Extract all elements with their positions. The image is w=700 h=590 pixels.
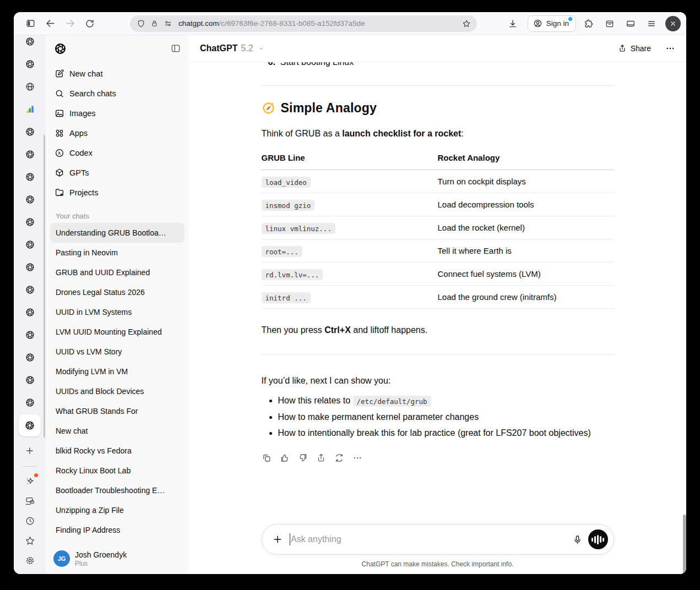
signin-button[interactable]: Sign in [528,15,576,32]
extensions-puzzle-icon[interactable] [580,15,597,32]
table-row: root=...Tell it where Earth is [262,239,614,263]
chat-item[interactable]: Modifying LVM in VM [50,362,185,381]
ai-sparkle-icon[interactable] [14,471,46,491]
copy-icon[interactable] [259,450,274,466]
sidebar-item-codex[interactable]: Codex [50,143,185,163]
more-actions-icon[interactable] [350,450,365,466]
thumbs-down-icon[interactable] [295,450,311,466]
menu-hamburger-icon[interactable] [643,15,660,32]
image-icon [55,108,64,118]
tab-chatgpt[interactable] [14,324,46,346]
chat-item[interactable]: LVM UUID Mounting Explained [50,322,185,342]
table-row: rd.lvm.lv=...Connect fuel systems (LVM) [262,263,614,286]
chat-item[interactable]: Bootloader Troubleshooting E… [50,480,185,500]
collapse-sidebar-icon[interactable] [170,43,181,54]
chat-item[interactable]: Understanding GRUB Bootloa… [50,223,185,243]
code-badge: root=... [262,246,302,257]
sidebar-item-new-chat[interactable]: New chat [50,64,185,84]
tab-chatgpt[interactable] [14,369,46,391]
tab-chatgpt[interactable] [14,278,46,301]
history-clock-icon[interactable] [14,511,46,531]
settings-gear-icon[interactable] [14,550,46,570]
tab-chatgpt[interactable] [14,30,46,53]
tab-manager-icon[interactable] [622,15,639,32]
tab-chatgpt[interactable] [14,391,46,414]
reload-button[interactable] [82,15,98,32]
microphone-icon[interactable] [572,534,583,545]
chatgpt-sidebar: New chat Search chats [46,35,189,574]
forward-button[interactable] [62,15,78,32]
bookmark-star-icon[interactable] [459,17,474,31]
share-upload-icon [618,44,627,53]
tab-chatgpt[interactable] [14,143,46,166]
tab-chatgpt[interactable] [14,301,46,324]
sidebar-item-gpts[interactable]: GPTs [50,163,185,183]
message-input[interactable] [291,534,572,544]
close-window-button[interactable] [665,16,681,31]
tabstrip-scrollbar[interactable] [44,135,45,438]
chat-item[interactable]: Pasting in Neovim [50,243,185,263]
permissions-icon[interactable] [164,19,172,28]
chat-item[interactable]: Unzipping a Zip File [50,500,185,520]
chat-item[interactable]: Drones Legal Status 2026 [50,282,185,302]
chat-item[interactable]: What GRUB Stands For [50,401,185,421]
sidebar-item-apps[interactable]: Apps [50,123,185,143]
back-button[interactable] [42,15,58,32]
table-cell: Load decompression tools [438,193,614,216]
intro-paragraph: Think of GRUB as a launch checklist for … [262,127,614,141]
chat-item[interactable]: UUID vs LVM Story [50,342,185,362]
sidebar-toggle-icon[interactable] [22,15,39,32]
account-footer[interactable]: JG Josh Groendyk Plus [46,543,189,574]
chat-item[interactable]: UUID in LVM Systems [50,302,185,322]
liftoff-paragraph: Then you press Ctrl+X and liftoff happen… [262,323,614,337]
downloads-icon[interactable] [504,15,521,32]
tab-chatgpt[interactable] [14,53,46,75]
sidebar-item-images[interactable]: Images [50,103,185,123]
tab-analytics-icon[interactable] [14,98,46,121]
bookmarks-star-icon[interactable] [14,531,46,550]
chat-item[interactable]: Finding IP Address [50,520,185,540]
chat-item[interactable]: blkid Rocky vs Fedora [50,441,185,461]
chat-item[interactable]: New chat [50,421,185,441]
regenerate-icon[interactable] [332,450,347,466]
tab-chatgpt[interactable] [14,233,46,256]
sidebar-item-projects[interactable]: Projects [50,183,185,203]
tab-chatgpt[interactable] [14,166,46,188]
share-button[interactable]: Share [618,44,651,53]
analogy-table: GRUB Line Rocket Analogy load_videoTurn … [262,149,614,309]
conversation-scroll-area[interactable]: 6.Start booting Linux [189,62,686,574]
page-scrollbar-thumb[interactable] [683,515,686,573]
url-bar[interactable]: chatgpt.com/c/69763f6e-2768-8331-b085-a1… [130,15,477,32]
tab-chatgpt[interactable] [14,121,46,143]
list-item: How to make permanent kernel parameter c… [278,409,614,425]
shield-icon[interactable] [137,19,145,28]
attach-plus-icon[interactable] [272,534,283,545]
chat-item[interactable]: Rocky Linux Boot Lab [50,461,185,480]
new-tab-plus-icon[interactable] [14,441,46,461]
tab-chatgpt-active[interactable] [14,414,46,436]
model-switcher[interactable]: ChatGPT 5.2 [200,43,264,53]
sidebar-item-search-chats[interactable]: Search chats [50,84,185,103]
devices-icon[interactable] [14,491,46,511]
tab-chatgpt[interactable] [14,256,46,278]
more-options-icon[interactable] [665,43,675,53]
voice-mode-button[interactable] [588,529,608,549]
lock-icon[interactable] [150,19,159,28]
chat-main: ChatGPT 5.2 Share [189,35,686,574]
openai-logo[interactable] [53,42,67,56]
thumbs-up-icon[interactable] [277,450,292,466]
tab-chatgpt[interactable] [14,188,46,211]
url-text[interactable]: chatgpt.com/c/69763f6e-2768-8331-b085-a1… [178,19,459,28]
composer[interactable] [262,524,614,555]
chat-item[interactable]: GRUB and UUID Explained [50,263,185,282]
archive-box-icon[interactable] [601,15,618,32]
disclaimer-text: ChatGPT can make mistakes. Check importa… [362,560,514,568]
chat-item[interactable]: UUIDs and Block Devices [50,381,185,401]
tab-chatgpt[interactable] [14,346,46,369]
vertical-tab-strip [14,35,46,574]
tab-globe-icon[interactable] [14,75,46,98]
code-badge: linux vmlinuz... [262,223,335,234]
share-message-icon[interactable] [313,450,329,466]
chat-header: ChatGPT 5.2 Share [189,35,686,62]
tab-chatgpt[interactable] [14,211,46,233]
